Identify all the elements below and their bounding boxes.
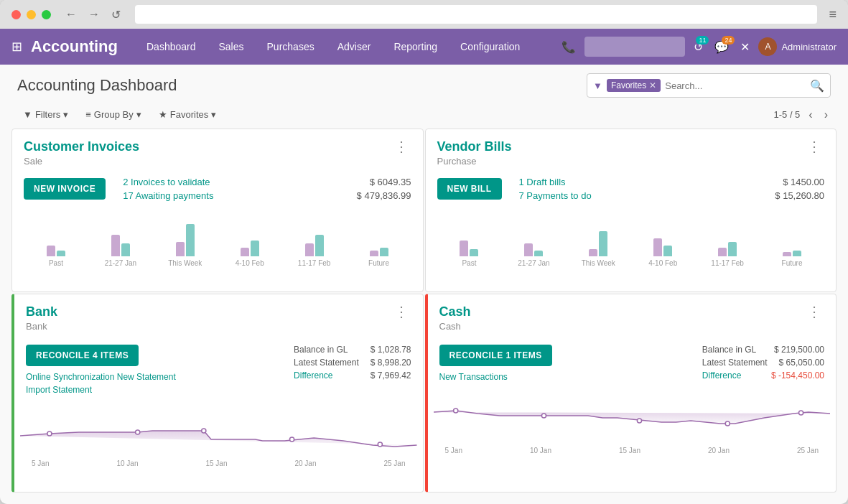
search-input[interactable] — [665, 80, 806, 91]
toolbar: ▼ Filters ▾ ≡ Group By ▾ ★ Favorites ▾ — [0, 103, 848, 129]
reconcile-bank-button[interactable]: RECONCILE 4 ITEMS — [26, 345, 139, 366]
cash-title: Cash — [439, 304, 471, 319]
new-transactions-link[interactable]: New Transactions — [439, 372, 552, 382]
cash-card-top: RECONCILE 1 ITEMS New Transactions Balan… — [439, 345, 825, 382]
search-submit-button[interactable]: 🔍 — [810, 79, 824, 93]
draft-bills-link[interactable]: 1 Draft bills — [519, 177, 566, 187]
chat-badge: 24 — [722, 36, 735, 45]
nav-item-purchases[interactable]: Purchases — [256, 29, 326, 65]
bank-card-top: RECONCILE 4 ITEMS Online Synchronization… — [26, 345, 411, 395]
browser-titlebar: ← → ↺ ≡ — [0, 0, 848, 29]
bank-statement-value: $ 8,998.20 — [371, 358, 411, 368]
customer-invoices-subtitle: Sale — [24, 156, 139, 167]
vb-stat-row-2: 7 Payments to do $ 15,260.80 — [519, 190, 825, 201]
vb-stat-row-1: 1 Draft bills $ 1450.00 — [519, 177, 825, 187]
bar-group-past: Past — [24, 246, 88, 267]
bank-difference-value: $ 7,969.42 — [371, 370, 411, 381]
next-page-button[interactable]: › — [821, 107, 831, 123]
star-icon: ★ — [159, 109, 167, 120]
bank-line-chart-area: 5 Jan 10 Jan 15 Jan 20 Jan 25 Jan — [14, 403, 423, 492]
online-sync-link[interactable]: Online Synchronization New Statement — [26, 372, 176, 382]
phone-icon-button[interactable]: 📞 — [559, 37, 579, 57]
bank-gl-value: $ 1,028.78 — [371, 345, 411, 355]
refresh-button[interactable]: ↺ — [108, 6, 124, 23]
vendor-bills-menu-button[interactable]: ⋮ — [804, 139, 824, 154]
stat-row-1: 2 Invoices to validate $ 6049.35 — [123, 177, 411, 187]
groupby-icon: ≡ — [85, 109, 91, 120]
payments-to-do-link[interactable]: 7 Payments to do — [519, 190, 592, 201]
nav-item-adviser[interactable]: Adviser — [326, 29, 383, 65]
bar-label-feb11: 11-17 Feb — [298, 259, 331, 267]
grid-icon[interactable]: ⊞ — [11, 39, 22, 55]
filter-tag-close[interactable]: ✕ — [649, 80, 656, 90]
bank-chart-point-4 — [289, 437, 294, 442]
window-close-button[interactable] — [11, 10, 21, 19]
prev-page-button[interactable]: ‹ — [806, 107, 815, 123]
nav-item-dashboard[interactable]: Dashboard — [135, 29, 208, 65]
new-bill-button[interactable]: NEW BILL — [437, 178, 502, 200]
bank-title: Bank — [26, 304, 57, 319]
awaiting-payments-link[interactable]: 17 Awaiting payments — [123, 190, 213, 201]
vendor-bills-subtitle: Purchase — [437, 156, 512, 167]
bank-actions: RECONCILE 4 ITEMS Online Synchronization… — [26, 345, 176, 395]
cash-chart-labels: 5 Jan 10 Jan 15 Jan 20 Jan 25 Jan — [434, 444, 831, 454]
customer-invoices-title: Customer Invoices — [24, 139, 139, 154]
user-menu[interactable]: A Administrator — [758, 37, 837, 56]
customer-invoices-card: Customer Invoices Sale ⋮ NEW INVOICE 2 I… — [11, 129, 424, 292]
cash-label-jan25: 25 Jan — [797, 447, 819, 454]
vb-bar-group-feb11: 11-17 Feb — [695, 242, 760, 267]
favorites-filter-tag[interactable]: Favorites ✕ — [607, 79, 661, 92]
nav-item-sales[interactable]: Sales — [208, 29, 256, 65]
toolbar-left: ▼ Filters ▾ ≡ Group By ▾ ★ Favorites ▾ — [17, 106, 222, 123]
cash-gl-value: $ 219,500.00 — [774, 345, 824, 355]
cash-menu-button[interactable]: ⋮ — [804, 304, 824, 319]
invoices-to-validate-link[interactable]: 2 Invoices to validate — [123, 177, 210, 187]
groupby-button[interactable]: ≡ Group By ▾ — [80, 106, 147, 123]
browser-menu-icon[interactable]: ≡ — [829, 7, 837, 22]
filter-icon: ▼ — [593, 80, 602, 91]
cash-statement-label: Latest Statement — [702, 358, 768, 368]
vb-bar-group-past: Past — [437, 241, 502, 267]
page-title: Accounting Dashboard — [17, 76, 177, 95]
bank-stat-row-2: Latest Statement $ 8,998.20 — [294, 358, 411, 368]
reconcile-cash-button[interactable]: RECONCILE 1 ITEMS — [439, 345, 552, 366]
cash-chart-point-1 — [453, 409, 457, 413]
draft-bills-value: $ 1450.00 — [783, 177, 824, 187]
back-button[interactable]: ← — [62, 6, 80, 22]
stat-row-2: 17 Awaiting payments $ 479,836.99 — [123, 190, 411, 201]
nav-search-input[interactable] — [584, 37, 685, 57]
customer-invoices-stats: 2 Invoices to validate $ 6049.35 17 Awai… — [123, 177, 411, 201]
window-maximize-button[interactable] — [42, 10, 51, 19]
vendor-bills-title: Vendor Bills — [437, 139, 512, 154]
new-invoice-button[interactable]: NEW INVOICE — [24, 178, 106, 200]
bank-label-jan20: 20 Jan — [294, 459, 316, 467]
vb-bar-label-feb11: 11-17 Feb — [711, 259, 744, 267]
favorites-button[interactable]: ★ Favorites ▾ — [153, 106, 222, 123]
bank-menu-button[interactable]: ⋮ — [391, 304, 411, 319]
window-minimize-button[interactable] — [27, 10, 36, 19]
filters-button[interactable]: ▼ Filters ▾ — [17, 106, 74, 123]
activity-icon-button[interactable]: ↺ 11 — [691, 37, 706, 57]
bar-group-feb4: 4-10 Feb — [218, 241, 282, 267]
forward-button[interactable]: → — [85, 6, 103, 22]
bank-chart-point-2 — [136, 430, 140, 434]
vb-bar-label-jan21: 21-27 Jan — [518, 259, 549, 267]
address-bar[interactable] — [135, 5, 817, 24]
import-statement-link[interactable]: Import Statement — [26, 385, 176, 395]
cash-difference-label[interactable]: Difference — [702, 370, 741, 381]
close-icon-button[interactable]: ✕ — [737, 37, 753, 57]
invoices-to-validate-value: $ 6049.35 — [370, 177, 411, 187]
bank-chart-point-5 — [378, 442, 382, 447]
nav-item-reporting[interactable]: Reporting — [382, 29, 449, 65]
nav-item-configuration[interactable]: Configuration — [449, 29, 531, 65]
cash-stats: Balance in GL $ 219,500.00 Latest Statem… — [702, 345, 824, 381]
bank-gl-label: Balance in GL — [294, 345, 348, 355]
customer-invoices-menu-button[interactable]: ⋮ — [391, 139, 411, 154]
chat-icon-button[interactable]: 💬 24 — [712, 37, 732, 57]
vendor-bills-header: Vendor Bills Purchase ⋮ — [426, 129, 837, 171]
cash-chart-point-3 — [637, 419, 641, 423]
vendor-bills-stats: 1 Draft bills $ 1450.00 7 Payments to do… — [519, 177, 825, 201]
bank-difference-label[interactable]: Difference — [294, 370, 332, 381]
bank-chart-point-1 — [47, 431, 52, 436]
filters-chevron-icon: ▾ — [63, 109, 68, 120]
